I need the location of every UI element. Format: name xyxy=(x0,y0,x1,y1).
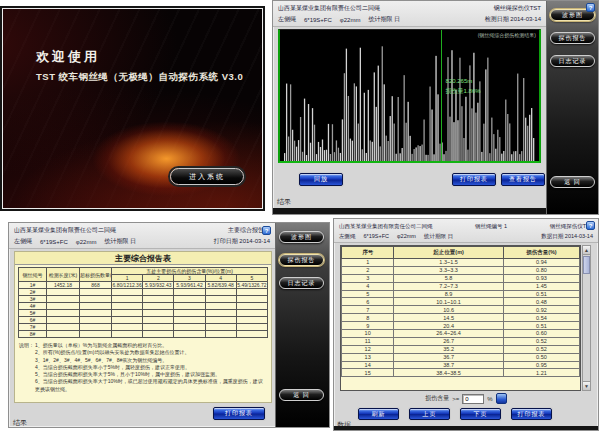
damage-row[interactable]: 10 26.4~26.4 0.60 xyxy=(342,330,580,338)
damage-row[interactable]: 13 36.7 0.50 xyxy=(342,353,580,361)
damage-row[interactable]: 7 10.6 0.92 xyxy=(342,306,580,314)
cell-damage: 0.60 xyxy=(503,330,579,338)
menu-back-button[interactable]: 返 回 xyxy=(279,389,324,401)
report-row[interactable]: 8# xyxy=(19,331,268,338)
help-icon[interactable]: ? xyxy=(586,3,595,12)
report-row[interactable]: 4# xyxy=(19,303,268,310)
spec-label: 6*19S+FC xyxy=(304,17,332,23)
cell-damage-1 xyxy=(112,324,143,331)
damage-filter: 损伤含量 >= % xyxy=(334,393,598,404)
bottom-band xyxy=(334,426,598,430)
company-label: 山西某某煤业集团有限责任公司二回绳 xyxy=(14,226,116,235)
cell-damage-5 xyxy=(236,317,267,324)
damage-row[interactable]: 6 10.1~10.1 0.48 xyxy=(342,298,580,306)
damage-row[interactable]: 9 20.4 0.51 xyxy=(342,322,580,330)
status-text: 结果 xyxy=(277,197,291,207)
chart-cursor-line[interactable] xyxy=(441,30,442,161)
col-index: 序号 xyxy=(342,247,394,259)
action-button[interactable]: 下页 xyxy=(460,408,501,420)
cell-damage: 0.95 xyxy=(503,361,579,369)
cell-damage: 0.80 xyxy=(503,266,579,274)
cell-index: 15 xyxy=(342,369,394,377)
cursor-damage: 损伤量1.86% xyxy=(446,87,481,97)
damage-row[interactable]: 4 7.2~7.3 1.45 xyxy=(342,282,580,290)
print-report-button[interactable]: 打印报表 xyxy=(452,173,496,186)
cell-damage: 0.52 xyxy=(503,337,579,345)
damage-row[interactable]: 11 26.7 0.52 xyxy=(342,337,580,345)
cell-damage: 0.51 xyxy=(503,322,579,330)
print-report-button[interactable]: 打印报表 xyxy=(213,407,265,420)
cell-damage-1 xyxy=(112,310,143,317)
damage-row[interactable]: 2 3.3~3.3 0.80 xyxy=(342,266,580,274)
cell-damage: 0.93 xyxy=(503,274,579,282)
menu-back-button[interactable]: 返 回 xyxy=(550,176,595,188)
report-row[interactable]: 6# xyxy=(19,317,268,324)
waveform-chart[interactable]: (钢丝绳综合损伤检测结果) 820.265m 损伤量1.86% xyxy=(278,29,541,163)
note-line: 2、所有(%)损伤点/位置(m)均以磁头安装处为数据采集起始点位置计。 xyxy=(35,349,267,356)
cell-index: 10 xyxy=(342,330,394,338)
help-icon[interactable]: ? xyxy=(586,221,595,230)
waveform-header: 山西某某煤业集团有限责任公司二回绳 钢丝绳探伤仪TST 左侧绳 6*19S+FC… xyxy=(273,1,546,27)
cell-index: 12 xyxy=(342,345,394,353)
waveform-window: 山西某某煤业集团有限责任公司二回绳 钢丝绳探伤仪TST 左侧绳 6*19S+FC… xyxy=(272,0,599,215)
report-row[interactable]: 1# 1452.18 868 6.80/1212.36 5.93/932.43 … xyxy=(19,282,268,289)
diameter-label: φ22mm xyxy=(340,17,361,23)
cell-damage-3 xyxy=(174,303,205,310)
rope-no-label: 钢丝绳编号 1 xyxy=(475,223,507,230)
col-count: 超标损伤数量(处) xyxy=(80,268,112,282)
scroll-up-icon[interactable]: ▲ xyxy=(583,246,590,255)
scrollbar-thumb[interactable] xyxy=(583,256,590,274)
filter-apply-button[interactable] xyxy=(496,393,507,404)
action-button[interactable]: 刷新 xyxy=(358,408,399,420)
damage-row[interactable]: 5 8.9 0.51 xyxy=(342,290,580,298)
cell-position: 1.3~1.5 xyxy=(394,259,503,267)
cell-rope-no: 1# xyxy=(19,282,47,289)
cell-damage: 0.51 xyxy=(503,290,579,298)
col-damage: 损伤含量(%) xyxy=(503,247,579,259)
company-label: 山西某某煤业集团有限责任公司二回绳 xyxy=(339,223,433,230)
table-scrollbar[interactable]: ▲ ▼ xyxy=(582,245,591,391)
side-menu: 波形图 探伤报告 日志记录 返 回 xyxy=(546,1,598,214)
cell-damage-4 xyxy=(205,303,236,310)
date-label: 检测日期 2014-03-14 xyxy=(485,15,541,24)
enter-system-button[interactable]: 进入系统 xyxy=(170,168,244,185)
cell-damage-4 xyxy=(205,331,236,338)
menu-report-button[interactable]: 探伤报告 xyxy=(550,32,595,44)
damage-row[interactable]: 1 1.3~1.5 0.94 xyxy=(342,259,580,267)
damage-row[interactable]: 12 35.2 0.52 xyxy=(342,345,580,353)
report-row[interactable]: 3# xyxy=(19,296,268,303)
filter-value-input[interactable] xyxy=(462,394,484,404)
diameter-label: φ22mm xyxy=(76,239,97,245)
damage-row[interactable]: 15 38.4~38.5 1.21 xyxy=(342,369,580,377)
help-icon[interactable]: ? xyxy=(262,226,271,235)
scroll-down-icon[interactable]: ▼ xyxy=(583,381,590,390)
replay-button[interactable]: 回放 xyxy=(299,173,343,186)
damage-row[interactable]: 3 5.8 0.93 xyxy=(342,274,580,282)
report-row[interactable]: 7# xyxy=(19,324,268,331)
report-row[interactable]: 5# xyxy=(19,310,268,317)
menu-log-button[interactable]: 日志记录 xyxy=(279,277,324,289)
cell-damage-2 xyxy=(143,296,174,303)
cell-position: 10.6 xyxy=(394,306,503,314)
device-label: 钢丝绳探伤仪TST xyxy=(494,4,541,13)
cell-position: 26.7 xyxy=(394,337,503,345)
damage-row[interactable]: 14 38.7 0.95 xyxy=(342,361,580,369)
cell-damage: 0.94 xyxy=(503,259,579,267)
action-button[interactable]: 上页 xyxy=(409,408,450,420)
cell-damage-2: 5.93/932.43 xyxy=(143,282,174,289)
menu-waveform-button[interactable]: 波形图 xyxy=(279,231,324,243)
cell-position: 14.5 xyxy=(394,314,503,322)
action-button[interactable]: 打印报表 xyxy=(511,408,552,420)
cell-position: 5.8 xyxy=(394,274,503,282)
sub-col-header: 2 xyxy=(143,275,174,282)
cell-damage: 0.92 xyxy=(503,306,579,314)
side-menu: 波形图 探伤报告 日志记录 返 回 xyxy=(275,223,329,427)
menu-log-button[interactable]: 日志记录 xyxy=(550,55,595,67)
report-row[interactable]: 2# xyxy=(19,289,268,296)
view-report-button[interactable]: 查看报告 xyxy=(501,173,545,186)
cell-length xyxy=(47,324,80,331)
damage-row[interactable]: 8 14.5 0.54 xyxy=(342,314,580,322)
spec-label: 6*19S+FC xyxy=(40,239,68,245)
cell-damage: 0.48 xyxy=(503,298,579,306)
menu-report-button[interactable]: 探伤报告 xyxy=(279,254,324,266)
